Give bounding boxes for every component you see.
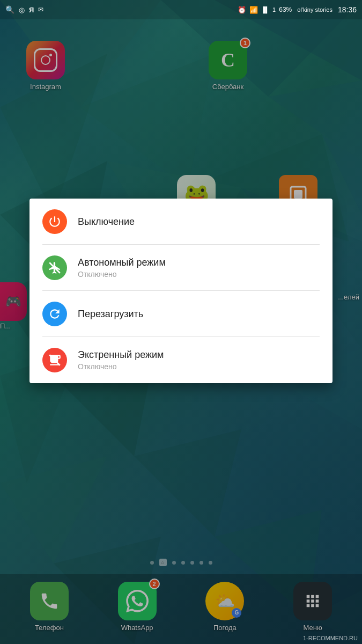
menu-item-airplane[interactable]: Автономный режим Отключено [29,245,333,291]
signal-icon: ▐▌ [261,6,270,13]
menu-item-shutdown[interactable]: Выключение [29,199,333,245]
airplane-subtitle: Отключено [78,270,166,279]
restart-svg-icon [48,307,62,321]
chrome-icon: ◎ [19,6,25,14]
menu-item-emergency[interactable]: Экстренный режим Отключено [29,337,333,383]
shutdown-title: Выключение [78,216,135,228]
alarm-icon: ⏰ [238,6,246,14]
watermark: 1-RECOMMEND.RU [303,635,358,641]
emergency-text: Экстренный режим Отключено [78,349,164,371]
emergency-icon [42,348,67,372]
power-menu: Выключение Автономный режим Отключено Пе… [29,199,333,383]
shutdown-text: Выключение [78,216,135,228]
airplane-svg-icon [48,261,62,275]
restart-icon [42,302,67,326]
menu-item-restart[interactable]: Перезагрузить [29,291,333,337]
airplane-text: Автономный режим Отключено [78,257,166,279]
airplane-title: Автономный режим [78,257,166,268]
power-svg-icon [48,215,62,229]
email-icon: ✉ [38,6,43,13]
restart-text: Перезагрузить [78,309,143,320]
airplane-icon [42,255,67,280]
wifi-icon: 📶 [249,6,258,14]
yandex-icon: Я [29,6,34,14]
emergency-svg-icon [48,353,62,367]
status-bar: 🔍 ◎ Я ✉ ⏰ 📶 ▐▌ 1 63% ol'kiny stories 18:… [0,0,362,19]
status-left: 🔍 ◎ Я ✉ [5,5,43,14]
network-icon: 1 [272,6,276,13]
username-label: ol'kiny stories [297,6,333,13]
emergency-title: Экстренный режим [78,349,164,361]
restart-title: Перезагрузить [78,309,143,320]
status-right: ⏰ 📶 ▐▌ 1 63% ol'kiny stories 18:36 [238,5,357,14]
search-icon: 🔍 [5,5,14,14]
emergency-subtitle: Отключено [78,362,164,371]
battery-level: 63% [279,6,292,13]
time-display: 18:36 [338,5,357,14]
power-icon [42,209,67,234]
